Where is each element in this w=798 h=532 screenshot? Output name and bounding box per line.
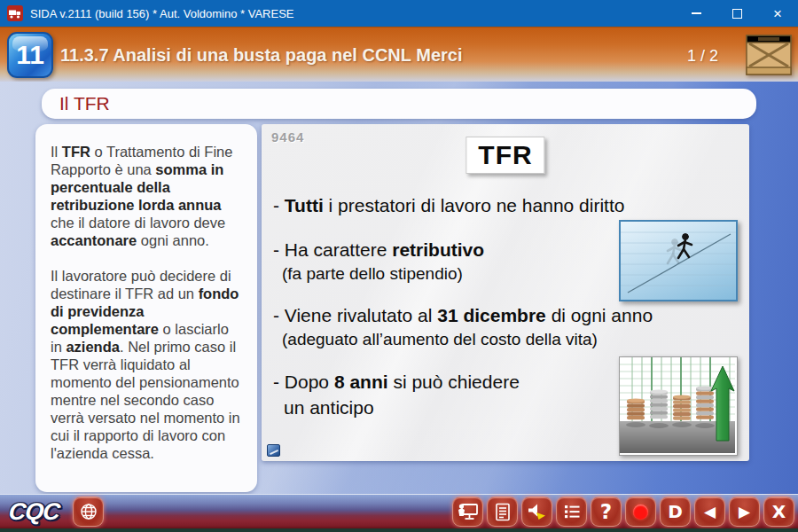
window-title: SIDA v.2111 (build 156) * Aut. Voldomino… <box>30 7 676 20</box>
bullet-subtext: (adeguato all’aumento del costo della vi… <box>282 330 653 349</box>
lesson-header: 11 11.3.7 Analisi di una busta paga nel … <box>0 27 798 82</box>
help-button[interactable]: ? <box>591 497 622 527</box>
exit-button[interactable]: X <box>763 497 794 527</box>
bullet-text: - Ha carattere retributivo <box>273 239 484 260</box>
bullet-item: - Tutti i prestatori di lavoro ne hanno … <box>273 195 624 216</box>
globe-icon <box>79 502 98 521</box>
slide-panel: 9464 TFR - Tutti i prestatori di lavoro … <box>262 124 749 461</box>
bullet-subtext: (fa parte dello stipendio) <box>282 264 484 284</box>
document-icon <box>494 503 512 521</box>
question-mark-icon: ? <box>600 502 612 522</box>
toolbar-buttons: ? D ◀ ▶ X <box>452 497 794 527</box>
speaker-icon <box>527 502 548 521</box>
sida-window: SIDA v.2111 (build 156) * Aut. Voldomino… <box>0 0 798 532</box>
chapter-badge: 11 <box>7 32 53 78</box>
media-preview-icon[interactable] <box>267 444 280 457</box>
sidebar-panel: Il TFR o Trattamento di Fine Rapporto è … <box>35 124 257 492</box>
app-truck-icon <box>7 5 23 21</box>
cqc-logo: CQC <box>7 498 60 526</box>
bullet-item: - Ha carattere retributivo (fa parte del… <box>273 239 484 284</box>
arrow-right-icon: ▶ <box>739 505 750 520</box>
sidebar-paragraph: Il lavoratore può decidere di destinare … <box>51 267 244 462</box>
sidebar-paragraph: Il TFR o Trattamento di Fine Rapporto è … <box>51 143 244 249</box>
bullet-item: - Dopo 8 anni si può chiedere un anticip… <box>273 372 520 419</box>
content-area: Il TFR Il TFR o Trattamento di Fine Rapp… <box>0 82 798 494</box>
crate-icon <box>746 34 792 76</box>
globe-button[interactable] <box>73 497 104 527</box>
section-heading: Il TFR <box>42 89 756 119</box>
close-button[interactable]: × <box>757 0 798 27</box>
maximize-icon <box>732 9 742 19</box>
audio-button[interactable] <box>521 497 552 527</box>
slide-title: TFR <box>466 137 544 174</box>
bullet-text: - Tutti i prestatori di lavoro ne hanno … <box>273 195 624 215</box>
index-button[interactable] <box>556 497 587 527</box>
page-title: 11.3.7 Analisi di una busta paga nel CCN… <box>60 45 462 66</box>
walker-illustration <box>619 220 738 301</box>
window-titlebar: SIDA v.2111 (build 156) * Aut. Voldomino… <box>0 0 798 27</box>
next-button[interactable]: ▶ <box>729 497 760 527</box>
minimize-icon <box>692 12 701 14</box>
d-label: D <box>668 503 683 520</box>
bottom-strip <box>0 528 798 532</box>
maximize-button[interactable] <box>716 0 757 27</box>
bullet-subtext: un anticipo <box>284 397 520 419</box>
presenter-screen-icon <box>458 502 479 521</box>
bottom-toolbar: CQC <box>0 494 798 528</box>
minimize-button[interactable] <box>676 0 716 27</box>
slide-code: 9464 <box>271 129 304 145</box>
document-button[interactable] <box>487 497 518 527</box>
bullet-item: - Viene rivalutato al 31 dicembre di ogn… <box>273 305 653 349</box>
bullet-text: - Dopo 8 anni si può chiedere <box>273 372 520 392</box>
previous-button[interactable]: ◀ <box>694 497 725 527</box>
arrow-left-icon: ◀ <box>704 505 716 520</box>
record-button[interactable] <box>625 497 656 527</box>
coins-growth-illustration <box>619 356 738 456</box>
record-dot-icon <box>633 505 648 520</box>
x-close-icon: X <box>772 503 786 520</box>
presentation-button[interactable] <box>452 497 483 527</box>
d-button[interactable]: D <box>660 497 691 527</box>
list-icon <box>563 503 581 520</box>
page-indicator: 1 / 2 <box>687 47 718 66</box>
bullet-text: - Viene rivalutato al 31 dicembre di ogn… <box>273 305 653 325</box>
